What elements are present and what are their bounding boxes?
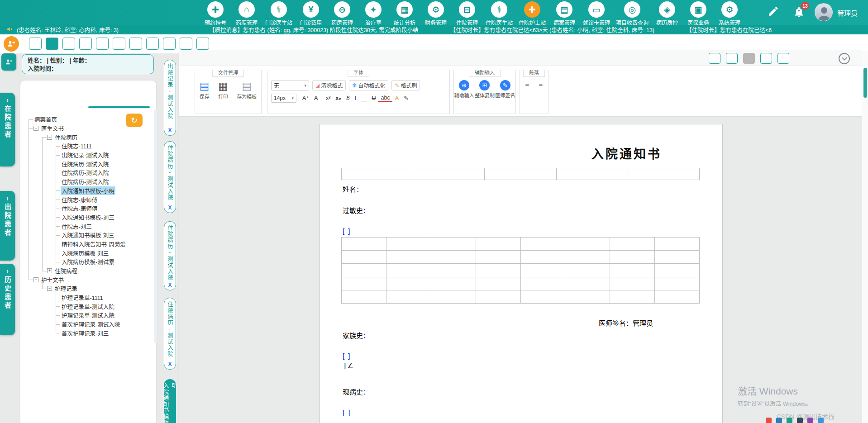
table-cell[interactable] — [565, 290, 610, 304]
table-cell[interactable] — [610, 238, 655, 251]
close-tab-icon[interactable]: X — [168, 282, 172, 288]
patient-category-strip[interactable]: › 在院患者 — [0, 93, 15, 166]
table-cell[interactable] — [655, 277, 700, 290]
editor-action-button[interactable] — [760, 53, 772, 64]
editor-action-button[interactable] — [743, 53, 755, 64]
table-cell[interactable] — [610, 251, 655, 264]
close-tab-icon[interactable]: X — [168, 204, 172, 211]
table-cell[interactable] — [565, 238, 610, 251]
table-cell[interactable] — [476, 277, 521, 290]
app-shortcut[interactable]: ¥ 门诊费用 — [298, 1, 324, 26]
ribbon-button[interactable]: ▤ 保存 — [200, 80, 210, 100]
table-cell[interactable] — [342, 168, 413, 180]
app-shortcut[interactable]: ◎ 项目收费查询 — [616, 1, 649, 26]
field-allergy[interactable]: 过敏史： — [343, 205, 370, 215]
app-shortcut[interactable]: ✦ 治疗室 — [361, 1, 386, 26]
table-cell[interactable] — [565, 251, 610, 264]
aux-tool-button[interactable]: ⊕ 辅助输入 — [454, 80, 474, 99]
table-cell[interactable] — [521, 290, 566, 304]
editor-action-button[interactable] — [777, 53, 789, 64]
tree-item[interactable]: 护理记录单-测试入院 — [26, 302, 148, 311]
table-cell[interactable] — [655, 264, 700, 277]
tree-item[interactable]: 住院志-康师傅 — [26, 204, 148, 213]
tree-item[interactable]: 住院志-1111 — [26, 142, 148, 151]
module-button[interactable] — [146, 38, 159, 50]
app-shortcut[interactable]: ✚ 住院护士站 — [519, 1, 546, 26]
tree-item[interactable]: 入院通知书模板-刘三 — [26, 231, 148, 240]
aux-tool-button[interactable]: ⊞ 整体复制 — [475, 80, 495, 99]
tree-item[interactable]: 首次护理记录-刘三 — [26, 329, 148, 338]
app-shortcut[interactable]: ⌂ 药库管理 — [234, 1, 259, 26]
font-tool-button[interactable]: ✎ 格式刷 — [391, 80, 420, 90]
table-cell[interactable] — [565, 277, 610, 290]
vertical-scrollbar[interactable] — [862, 51, 868, 423]
module-button[interactable] — [29, 38, 42, 50]
format-icon[interactable]: abc — [378, 94, 392, 102]
tree-item[interactable]: 护理记录单-1111 — [26, 293, 148, 302]
table-cell[interactable] — [431, 264, 476, 277]
app-shortcut[interactable]: ▤ 病案管理 — [552, 1, 577, 26]
close-tab-icon[interactable]: X — [168, 127, 172, 133]
taskbar-icon[interactable] — [807, 418, 813, 423]
tree-item[interactable]: + 住院病程 — [26, 266, 148, 276]
tree-item[interactable]: − 医生文书 — [26, 124, 148, 133]
tree-item[interactable]: 住院病历-测试入院 — [26, 159, 148, 168]
editor-action-button[interactable] — [726, 53, 738, 64]
table-cell[interactable] — [610, 277, 655, 290]
patient-card-icon[interactable] — [4, 36, 19, 52]
tree-expander-icon[interactable]: − — [47, 135, 52, 140]
table-cell[interactable] — [431, 277, 476, 290]
document-tab[interactable]: 住院病历-测试入院 X — [164, 221, 176, 290]
module-button[interactable] — [113, 38, 125, 50]
tree-item[interactable]: − 护士文书 — [26, 275, 148, 284]
format-icon[interactable]: x₂ — [333, 95, 343, 102]
module-button[interactable] — [180, 38, 192, 50]
table-cell[interactable] — [476, 290, 521, 304]
tree-item[interactable]: 住院志-刘三 — [26, 222, 148, 231]
app-shortcut[interactable]: ⊖ 药房管理 — [329, 1, 355, 26]
tree-expander-icon[interactable]: − — [33, 126, 38, 131]
table-cell[interactable] — [342, 264, 386, 277]
table-cell[interactable] — [655, 251, 700, 264]
document-tab[interactable]: 入院通知书模板-小明 — [164, 379, 176, 423]
notification-bell-icon[interactable]: 13 — [793, 6, 806, 20]
module-button[interactable] — [62, 38, 75, 50]
table-cell[interactable] — [386, 290, 431, 304]
patient-category-strip[interactable]: › 历史患者 — [0, 264, 15, 335]
table-cell[interactable] — [342, 238, 386, 251]
tree-item[interactable]: 入院通知书模板-小明 — [26, 186, 148, 195]
table-cell[interactable] — [485, 168, 556, 180]
taskbar-icon[interactable] — [776, 418, 782, 423]
table-cell[interactable] — [476, 238, 521, 251]
field-family-history[interactable]: 家族史： — [343, 330, 370, 340]
document-tab[interactable]: 出院记录-测试入院 X — [164, 60, 176, 136]
table-cell[interactable] — [386, 251, 431, 264]
collapse-ribbon-button[interactable] — [839, 53, 850, 64]
module-button[interactable] — [129, 38, 142, 50]
tree-item[interactable]: 入院病历模板-测试累 — [26, 257, 148, 266]
format-icon[interactable]: 一 — [359, 93, 369, 103]
app-shortcut[interactable]: ◈ 病历质控 — [654, 1, 680, 26]
table-cell[interactable] — [476, 264, 521, 277]
field-present-illness[interactable]: 现病史： — [343, 387, 370, 396]
table-cell[interactable] — [521, 264, 566, 277]
format-icon[interactable]: I — [352, 95, 358, 102]
app-shortcut[interactable]: ⚕ 门诊医生站 — [265, 1, 292, 26]
user-avatar[interactable] — [815, 3, 833, 21]
table-cell[interactable] — [342, 277, 386, 290]
tree-item[interactable]: 入院通知书模板-刘三 — [26, 213, 148, 222]
font-size-select[interactable]: 14px▾ — [271, 94, 296, 103]
taskbar-icon[interactable] — [797, 418, 803, 423]
table-cell[interactable] — [386, 277, 431, 290]
module-button[interactable] — [79, 38, 92, 50]
tree-item[interactable]: 住院志-康师傅 — [26, 195, 148, 204]
table-cell[interactable] — [521, 277, 566, 290]
table-cell[interactable] — [628, 168, 700, 180]
format-icon[interactable]: ✎ — [401, 94, 410, 102]
table-cell[interactable] — [476, 251, 521, 264]
table-cell[interactable] — [521, 238, 566, 251]
app-shortcut[interactable]: ⚙ 系统管理 — [717, 1, 742, 26]
tree-item[interactable]: 病案首页 — [26, 115, 148, 124]
tree-expander-icon[interactable]: − — [33, 277, 38, 282]
font-family-select[interactable]: 无▾ — [271, 81, 309, 90]
